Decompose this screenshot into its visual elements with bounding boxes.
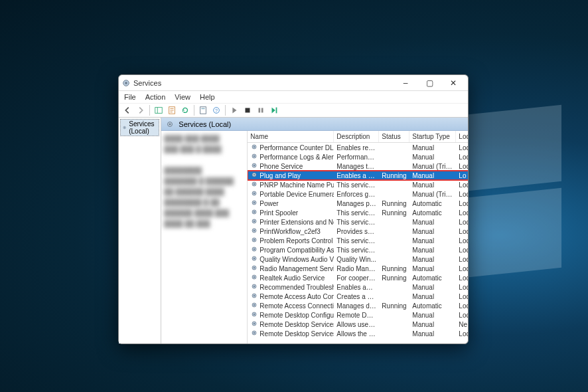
- menu-help[interactable]: Help: [196, 92, 219, 102]
- service-row[interactable]: PowerManages po...RunningAutomaticLoc: [248, 199, 468, 208]
- maximize-button[interactable]: ▢: [417, 76, 441, 90]
- service-name: Program Compatibility Assis...: [259, 246, 334, 254]
- service-row[interactable]: Remote Desktop Services Us...Allows the …: [248, 329, 468, 338]
- service-row[interactable]: Printer Extensions and Notifi...This ser…: [248, 217, 468, 227]
- gear-icon: [250, 254, 258, 264]
- svg-rect-5: [200, 107, 206, 114]
- help-button[interactable]: ?: [210, 104, 222, 116]
- service-logon: Loc: [456, 163, 468, 170]
- service-name: Remote Desktop Services Us...: [259, 330, 334, 338]
- forward-button[interactable]: [135, 104, 147, 116]
- service-row[interactable]: PrintWorkflow_c2ef3Provides sup...Manual…: [248, 227, 468, 236]
- service-logon: Loc: [456, 181, 468, 189]
- service-row[interactable]: Remote Access Auto Conne...Creates a co.…: [248, 292, 468, 301]
- service-row[interactable]: Radio Management ServiceRadio Mana...Run…: [248, 264, 468, 273]
- svg-point-36: [254, 230, 255, 231]
- svg-rect-2: [155, 108, 163, 114]
- svg-point-44: [254, 267, 255, 268]
- service-row[interactable]: Program Compatibility Assis...This servi…: [248, 245, 468, 254]
- service-row[interactable]: Print SpoolerThis service ...RunningAuto…: [248, 208, 468, 217]
- column-description[interactable]: Description: [334, 131, 379, 142]
- gear-icon: [250, 236, 258, 245]
- service-name: PrintWorkflow_c2ef3: [259, 228, 321, 235]
- menu-file[interactable]: File: [120, 92, 140, 102]
- show-hide-tree-button[interactable]: [153, 104, 165, 116]
- column-logon[interactable]: Loc: [456, 131, 468, 142]
- service-logon: Loc: [456, 330, 468, 338]
- service-startup: Manual: [409, 181, 456, 189]
- titlebar[interactable]: Services – ▢ ✕: [119, 75, 468, 91]
- minimize-button[interactable]: –: [394, 76, 417, 90]
- service-row[interactable]: Plug and PlayEnables a co...RunningManua…: [248, 171, 468, 180]
- service-description: Manages po...: [334, 200, 379, 207]
- gear-icon: [122, 124, 127, 132]
- service-row[interactable]: Performance Counter DLL H...Enables rem.…: [248, 143, 468, 152]
- service-startup: Manual: [409, 284, 456, 291]
- service-logon: Loc: [456, 191, 468, 198]
- gear-icon: [250, 152, 258, 161]
- properties-button[interactable]: [197, 104, 209, 116]
- service-description: This service ...: [334, 209, 379, 217]
- service-name: Power: [259, 200, 278, 207]
- stop-service-button[interactable]: [242, 104, 254, 116]
- service-startup: Manual: [409, 172, 456, 179]
- gear-icon: [250, 310, 258, 320]
- service-description: Allows the re...: [334, 330, 379, 338]
- service-description: Enables rem...: [334, 144, 379, 151]
- service-description: Enables a co...: [334, 172, 379, 179]
- column-startup-type[interactable]: Startup Type: [409, 131, 456, 142]
- refresh-button[interactable]: [179, 104, 191, 116]
- service-row[interactable]: Recommended Troubleshoo...Enables aut...…: [248, 282, 468, 292]
- restart-service-button[interactable]: [268, 104, 280, 116]
- back-button[interactable]: [121, 104, 133, 116]
- menu-view[interactable]: View: [171, 92, 194, 102]
- column-status[interactable]: Status: [379, 131, 409, 142]
- service-description: Enables aut...: [334, 284, 379, 291]
- service-description: This service ...: [334, 219, 379, 226]
- service-description: Quality Win...: [334, 256, 379, 263]
- gear-icon: [250, 245, 258, 254]
- svg-point-20: [254, 155, 255, 157]
- start-service-button[interactable]: [228, 104, 240, 116]
- gear-icon: [250, 208, 258, 217]
- gear-icon: [250, 227, 258, 236]
- service-row[interactable]: Problem Reports Control Pa...This servic…: [248, 236, 468, 245]
- service-row[interactable]: PNRP Machine Name Public...This service …: [248, 180, 468, 189]
- service-name: Print Spooler: [259, 209, 298, 217]
- toolbar: ?: [119, 103, 468, 118]
- sidebar-item-services-local[interactable]: Services (Local): [120, 119, 159, 136]
- service-logon: Loc: [456, 144, 468, 151]
- svg-rect-6: [201, 108, 204, 110]
- menubar: File Action View Help: [119, 91, 468, 103]
- svg-text:?: ?: [215, 108, 218, 113]
- service-startup: Automatic: [409, 209, 456, 217]
- service-row[interactable]: Performance Logs & AlertsPerformanc...Ma…: [248, 152, 468, 161]
- service-row[interactable]: Phone ServiceManages th...Manual (Trigg.…: [248, 161, 468, 171]
- svg-rect-12: [276, 108, 277, 114]
- service-row[interactable]: Remote Access Connection ...Manages di..…: [248, 301, 468, 310]
- svg-point-42: [254, 258, 255, 259]
- service-row[interactable]: Portable Device EnumeratorEnforces gro..…: [248, 189, 468, 199]
- services-list[interactable]: Name Description Status Startup Type Loc…: [248, 131, 468, 343]
- service-row[interactable]: Quality Windows Audio Vid...Quality Win.…: [248, 254, 468, 264]
- list-header[interactable]: Name Description Status Startup Type Loc: [248, 131, 468, 143]
- service-logon: Loc: [456, 274, 468, 282]
- service-row[interactable]: Realtek Audio ServiceFor cooperat...Runn…: [248, 273, 468, 282]
- svg-point-24: [254, 174, 255, 175]
- service-startup: Manual (Trigg...: [409, 163, 456, 170]
- svg-point-18: [254, 146, 255, 147]
- service-row[interactable]: Remote Desktop ServicesAllows users ...M…: [248, 320, 468, 329]
- close-button[interactable]: ✕: [441, 76, 465, 90]
- service-startup: Manual: [409, 153, 456, 161]
- service-startup: Manual: [409, 237, 456, 245]
- pause-service-button[interactable]: [255, 104, 267, 116]
- gear-icon: [250, 282, 258, 292]
- service-status: Running: [379, 172, 409, 179]
- menu-action[interactable]: Action: [141, 92, 170, 102]
- service-name: Plug and Play: [259, 172, 301, 179]
- gear-icon: [250, 264, 258, 273]
- column-name[interactable]: Name: [248, 131, 334, 142]
- service-name: Phone Service: [259, 163, 303, 170]
- service-row[interactable]: Remote Desktop Configurati...Remote Des.…: [248, 310, 468, 320]
- export-button[interactable]: [166, 104, 178, 116]
